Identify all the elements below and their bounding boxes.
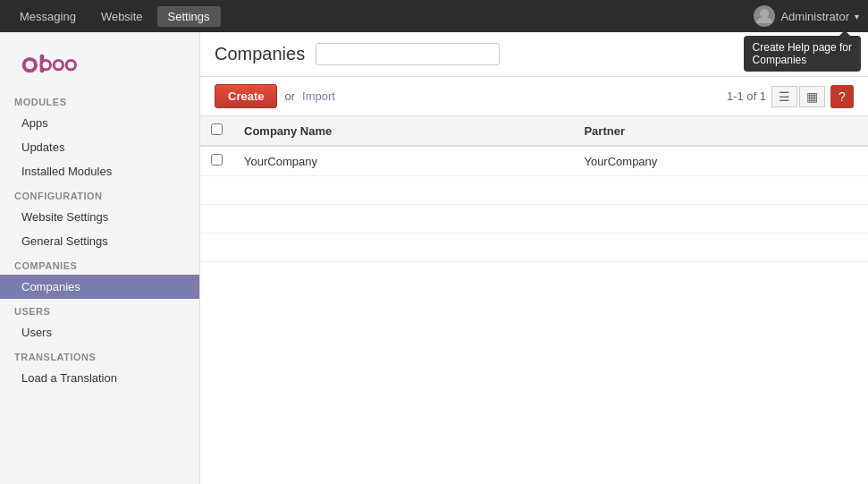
row-checkbox[interactable] [211,154,223,166]
sidebar-item-companies[interactable]: Companies [0,275,199,299]
main-layout: Modules Apps Updates Installed Modules C… [0,32,868,484]
topbar-messaging[interactable]: Messaging [9,6,87,27]
logo-area [0,32,199,89]
header-partner: Partner [573,116,868,146]
sidebar: Modules Apps Updates Installed Modules C… [0,32,200,484]
admin-menu[interactable]: Administrator ▾ [754,5,859,27]
admin-caret-icon: ▾ [855,12,859,21]
company-name-cell: YourCompany [233,146,573,176]
select-all-checkbox[interactable] [211,123,223,135]
search-input[interactable] [316,43,500,65]
table-row[interactable]: YourCompany YourCompany [200,146,868,176]
odoo-logo [18,47,89,79]
list-view-button[interactable]: ☰ [771,86,797,107]
content-header: Companies 🔍 Create Help page for Compani… [200,32,868,77]
sidebar-item-load-translation[interactable]: Load a Translation [0,366,199,390]
topbar: Messaging Website Settings Administrator… [0,0,868,32]
topbar-nav: Messaging Website Settings [9,6,754,27]
empty-row-3 [200,234,868,262]
help-tooltip: Create Help page for Companies [744,36,861,72]
configuration-section-label: Configuration [0,183,199,205]
content-area: Companies 🔍 Create Help page for Compani… [200,32,868,484]
companies-section-label: Companies [0,253,199,275]
pagination-area: 1-1 of 1 ☰ ▦ ? [727,85,854,108]
svg-point-5 [43,62,49,68]
sidebar-item-updates[interactable]: Updates [0,135,199,159]
sidebar-item-general-settings[interactable]: General Settings [0,229,199,253]
tooltip-line2: Companies [753,54,807,66]
sidebar-item-users[interactable]: Users [0,320,199,344]
header-company-name: Company Name [233,116,573,146]
modules-section-label: Modules [0,89,199,111]
avatar [754,5,775,27]
page-title: Companies [215,44,305,64]
svg-point-0 [760,9,769,18]
users-section-label: Users [0,299,199,320]
help-button[interactable]: ? [830,85,854,108]
svg-point-9 [68,62,74,68]
toolbar: Create or Import 1-1 of 1 ☰ ▦ ? [200,77,868,116]
row-checkbox-cell [200,146,233,176]
view-toggle: ☰ ▦ [771,86,825,107]
pagination-text: 1-1 of 1 [727,89,766,103]
sidebar-item-website-settings[interactable]: Website Settings [0,205,199,229]
empty-row-1 [200,176,868,205]
header-checkbox-cell [200,116,233,146]
topbar-website[interactable]: Website [90,6,154,27]
sidebar-item-apps[interactable]: Apps [0,111,199,135]
svg-point-2 [26,61,34,69]
create-button[interactable]: Create [215,84,277,108]
search-wrapper: 🔍 [316,43,500,65]
import-link[interactable]: Import [302,89,335,103]
tooltip-line1: Create Help page for [753,41,852,54]
topbar-settings[interactable]: Settings [157,6,221,27]
or-text: or [284,89,295,103]
svg-point-7 [55,62,62,68]
companies-table: Company Name Partner YourCompany YourCom… [200,116,868,262]
kanban-view-button[interactable]: ▦ [799,86,825,107]
topbar-right: Administrator ▾ [754,5,859,27]
partner-cell: YourCompany [573,146,868,176]
translations-section-label: Translations [0,344,199,366]
empty-row-2 [200,205,868,234]
admin-label: Administrator [780,10,849,23]
table-container: Company Name Partner YourCompany YourCom… [200,116,868,484]
table-header-row: Company Name Partner [200,116,868,146]
sidebar-item-installed-modules[interactable]: Installed Modules [0,159,199,183]
